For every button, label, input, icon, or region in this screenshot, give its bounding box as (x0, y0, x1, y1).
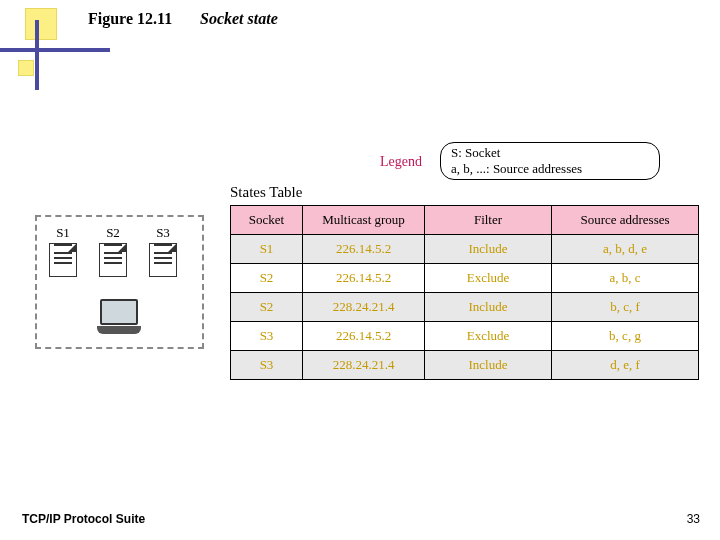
footer-text: TCP/IP Protocol Suite (22, 512, 145, 526)
table-row: S2 228.24.21.4 Include b, c, f (231, 293, 699, 322)
td: S3 (231, 351, 303, 380)
th-socket: Socket (231, 206, 303, 235)
socket-label: S2 (99, 225, 127, 241)
states-caption: States Table (230, 184, 302, 201)
td: S2 (231, 264, 303, 293)
td: S2 (231, 293, 303, 322)
socket-diagram: S1 S2 S3 (35, 215, 204, 349)
legend-label: Legend (380, 154, 422, 170)
th-src: Source addresses (552, 206, 699, 235)
deco-square-large (25, 8, 57, 40)
socket-s2: S2 (99, 225, 127, 281)
laptop-icon (97, 299, 141, 334)
deco-hline (0, 48, 110, 52)
td: Exclude (425, 322, 552, 351)
legend-box: S: Socket a, b, ...: Source addresses (440, 142, 660, 180)
table-row: S2 226.14.5.2 Exclude a, b, c (231, 264, 699, 293)
td: Include (425, 351, 552, 380)
socket-s3: S3 (149, 225, 177, 281)
socket-label: S1 (49, 225, 77, 241)
td: a, b, c (552, 264, 699, 293)
td: 228.24.21.4 (303, 293, 425, 322)
table-row: S1 226.14.5.2 Include a, b, d, e (231, 235, 699, 264)
td: S3 (231, 322, 303, 351)
deco-vline (35, 20, 39, 90)
document-icon (49, 243, 77, 277)
td: 226.14.5.2 (303, 235, 425, 264)
legend-line2: a, b, ...: Source addresses (451, 161, 649, 177)
table-header-row: Socket Multicast group Filter Source add… (231, 206, 699, 235)
deco-square-small (18, 60, 34, 76)
td: 226.14.5.2 (303, 264, 425, 293)
td: Include (425, 293, 552, 322)
document-icon (149, 243, 177, 277)
td: S1 (231, 235, 303, 264)
legend-line1: S: Socket (451, 145, 649, 161)
states-table: Socket Multicast group Filter Source add… (230, 205, 699, 380)
td: Exclude (425, 264, 552, 293)
th-filter: Filter (425, 206, 552, 235)
td: d, e, f (552, 351, 699, 380)
document-icon (99, 243, 127, 277)
table-row: S3 228.24.21.4 Include d, e, f (231, 351, 699, 380)
td: Include (425, 235, 552, 264)
page-number: 33 (687, 512, 700, 526)
socket-label: S3 (149, 225, 177, 241)
socket-s1: S1 (49, 225, 77, 281)
td: 226.14.5.2 (303, 322, 425, 351)
figure-title: Socket state (200, 10, 278, 28)
td: a, b, d, e (552, 235, 699, 264)
th-group: Multicast group (303, 206, 425, 235)
td: 228.24.21.4 (303, 351, 425, 380)
figure-number: Figure 12.11 (88, 10, 172, 28)
table-row: S3 226.14.5.2 Exclude b, c, g (231, 322, 699, 351)
td: b, c, g (552, 322, 699, 351)
td: b, c, f (552, 293, 699, 322)
